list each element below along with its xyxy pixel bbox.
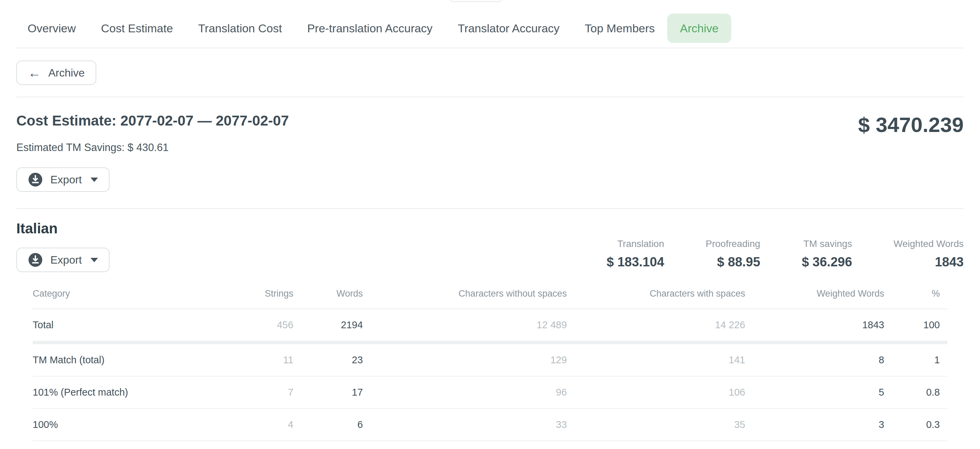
table-row-total: Total 456 2194 12 489 14 226 1843 100	[33, 309, 947, 343]
cell-weighted-words: 3	[745, 409, 885, 441]
stat-value: $ 36.296	[802, 255, 852, 270]
caret-down-icon	[91, 178, 98, 182]
stat-label: TM savings	[802, 238, 852, 249]
language-header-left: Italian Export	[16, 220, 110, 272]
cell-category: 101% (Perfect match)	[33, 376, 210, 409]
page-title: Cost Estimate: 2077-02-07 — 2077-02-07	[16, 111, 964, 130]
tab-translation-cost[interactable]: Translation Cost	[185, 14, 294, 43]
cell-chars-with-spaces: 14 226	[567, 309, 745, 343]
cell-weighted-words: 5	[745, 376, 885, 409]
cell-category: Total	[33, 309, 210, 343]
archive-back-section: ← Archive	[0, 48, 980, 97]
language-export-button[interactable]: Export	[16, 248, 110, 272]
col-header-chars-without-spaces: Characters without spaces	[363, 281, 566, 309]
stat-weighted-words: Weighted Words 1843	[894, 238, 964, 270]
export-label: Export	[50, 254, 82, 267]
cell-percent: 0.3	[884, 409, 947, 441]
stat-label: Weighted Words	[894, 238, 964, 249]
archive-back-button[interactable]: ← Archive	[16, 60, 96, 85]
cell-chars-without-spaces: 129	[363, 343, 566, 376]
stat-label: Proofreading	[706, 238, 760, 249]
tab-top-members[interactable]: Top Members	[572, 14, 667, 43]
cell-words: 6	[293, 409, 363, 441]
download-icon	[28, 252, 43, 267]
cost-table-wrap: Category Strings Words Characters withou…	[16, 281, 964, 441]
stat-value: $ 183.104	[607, 255, 664, 270]
cell-percent: 1	[884, 343, 947, 376]
cell-category: 100%	[33, 409, 210, 441]
cell-percent: 100	[884, 309, 947, 343]
cell-strings: 4	[210, 409, 293, 441]
stat-translation: Translation $ 183.104	[607, 238, 664, 270]
arrow-left-icon: ←	[28, 66, 41, 79]
tm-savings-label: Estimated TM Savings:	[16, 141, 124, 154]
cell-words: 2194	[293, 309, 363, 343]
cell-strings: 11	[210, 343, 293, 376]
stat-value: $ 88.95	[706, 255, 760, 270]
cell-words: 23	[293, 343, 363, 376]
col-header-words: Words	[293, 281, 363, 309]
cropped-popup-edge	[450, 0, 501, 2]
tab-pre-translation-accuracy[interactable]: Pre-translation Accuracy	[295, 14, 445, 43]
col-header-weighted-words: Weighted Words	[745, 281, 885, 309]
tm-savings-line: Estimated TM Savings: $ 430.61	[16, 141, 964, 154]
cell-percent: 0.8	[884, 376, 947, 409]
cost-table: Category Strings Words Characters withou…	[33, 281, 947, 441]
tm-savings-value: $ 430.61	[127, 141, 169, 154]
tab-archive[interactable]: Archive	[667, 14, 731, 43]
total-price: $ 3470.239	[858, 113, 964, 137]
cell-chars-with-spaces: 35	[567, 409, 745, 441]
cell-chars-without-spaces: 96	[363, 376, 566, 409]
tab-overview[interactable]: Overview	[15, 14, 89, 43]
export-button[interactable]: Export	[16, 167, 110, 192]
cell-chars-with-spaces: 141	[567, 343, 745, 376]
col-header-chars-with-spaces: Characters with spaces	[567, 281, 745, 309]
cell-weighted-words: 8	[745, 343, 885, 376]
caret-down-icon	[91, 258, 98, 262]
archive-back-label: Archive	[48, 67, 85, 79]
cell-weighted-words: 1843	[745, 309, 885, 343]
stat-value: 1843	[894, 255, 964, 270]
stat-proofreading: Proofreading $ 88.95	[706, 238, 760, 270]
table-row-100: 100% 4 6 33 35 3 0.3	[33, 409, 947, 441]
cell-chars-without-spaces: 33	[363, 409, 566, 441]
table-row-tm-match: TM Match (total) 11 23 129 141 8 1	[33, 343, 947, 376]
col-header-strings: Strings	[210, 281, 293, 309]
cell-strings: 7	[210, 376, 293, 409]
stat-label: Translation	[607, 238, 664, 249]
cell-chars-without-spaces: 12 489	[363, 309, 566, 343]
col-header-percent: %	[884, 281, 947, 309]
stat-tm-savings: TM savings $ 36.296	[802, 238, 852, 270]
language-section-italian: Italian Export Translation $ 183.104 Pro…	[0, 209, 980, 441]
language-stats: Translation $ 183.104 Proofreading $ 88.…	[607, 238, 964, 272]
language-title: Italian	[16, 220, 110, 237]
tab-translator-accuracy[interactable]: Translator Accuracy	[445, 14, 572, 43]
col-header-category: Category	[33, 281, 210, 309]
export-label: Export	[50, 173, 82, 186]
cell-category: TM Match (total)	[33, 343, 210, 376]
cost-estimate-summary: Cost Estimate: 2077-02-07 — 2077-02-07 $…	[0, 97, 980, 208]
cell-strings: 456	[210, 309, 293, 343]
download-icon	[28, 172, 43, 187]
tab-cost-estimate[interactable]: Cost Estimate	[89, 14, 186, 43]
cell-chars-with-spaces: 106	[567, 376, 745, 409]
cell-words: 17	[293, 376, 363, 409]
report-tabs: Overview Cost Estimate Translation Cost …	[0, 0, 980, 48]
table-header-row: Category Strings Words Characters withou…	[33, 281, 947, 309]
table-row-101-perfect-match: 101% (Perfect match) 7 17 96 106 5 0.8	[33, 376, 947, 409]
